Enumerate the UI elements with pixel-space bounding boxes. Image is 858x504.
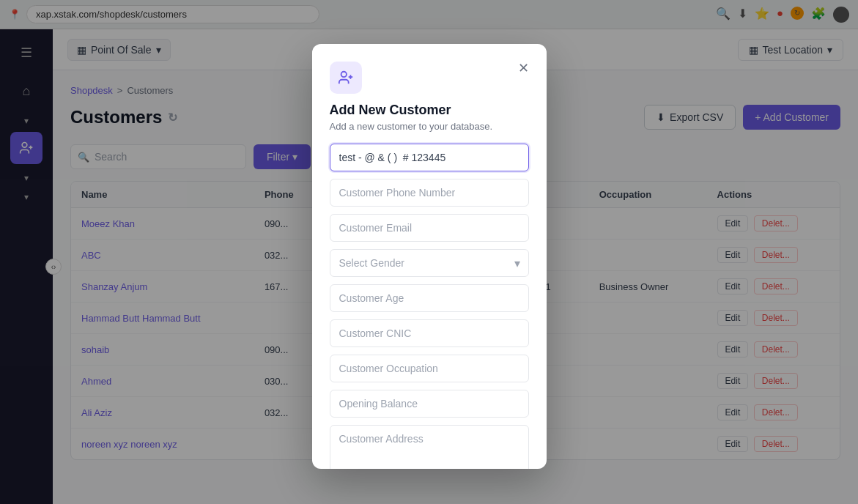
modal-icon [330,62,362,94]
customer-gender-select[interactable]: Select Gender Male Female [330,249,529,277]
gender-select-wrapper: Select Gender Male Female ▾ [330,249,529,277]
modal-subtitle: Add a new customer to your database. [330,121,529,132]
customer-phone-input[interactable] [330,179,529,207]
customer-occupation-input[interactable] [330,355,529,382]
svg-point-3 [341,72,346,77]
customer-address-input[interactable] [330,425,529,469]
add-customer-modal: ✕ Add New Customer Add a new customer to… [312,44,547,469]
customer-balance-input[interactable] [330,390,529,418]
modal-close-button[interactable]: ✕ [518,62,529,75]
customer-age-input[interactable] [330,284,529,312]
modal-form: Select Gender Male Female ▾ Cancel Add [330,144,529,469]
customer-cnic-input[interactable] [330,319,529,347]
modal-title: Add New Customer [330,103,529,118]
customer-email-input[interactable] [330,214,529,242]
customer-name-input[interactable] [330,144,529,171]
modal-overlay: ✕ Add New Customer Add a new customer to… [0,0,858,504]
